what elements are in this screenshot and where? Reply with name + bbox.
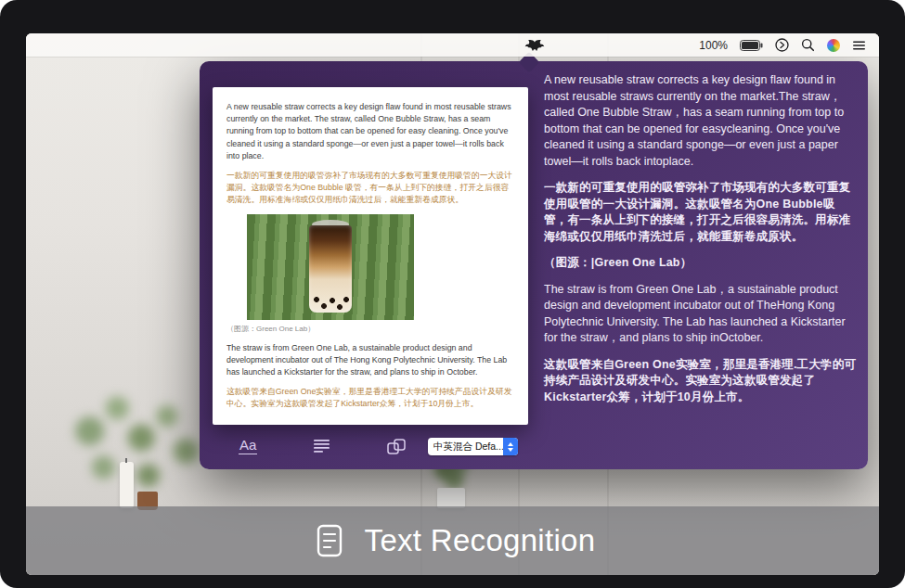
doc-image-caption: （图源：Green One Lab） <box>226 324 514 335</box>
doc-chinese-paragraph: 一款新的可重复使用的吸管弥补了市场现有的大多数可重复使用吸管的一大设计漏洞。这款… <box>226 170 514 207</box>
feature-caption-title: Text Recognition <box>365 523 596 558</box>
recognized-caption-line: （图源：|Green One Lab） <box>544 255 857 272</box>
translate-pages-icon <box>387 439 406 454</box>
font-size-button[interactable]: Aa <box>239 437 257 454</box>
recognized-english-paragraph: The straw is from Green One Lab，a sustai… <box>544 282 857 347</box>
recognized-text-panel: A new reusable straw corrects a key desi… <box>544 72 857 415</box>
feature-caption-bar: Text Recognition <box>26 506 879 575</box>
doc-chinese-paragraph: 这款吸管来自Green One实验室，那里是香港理工大学的可持续产品设计及研发中… <box>226 386 514 410</box>
recognized-chinese-paragraph: 这款吸管来自Green One实验室，那里是香港理.工大学的可持续产品设计及研发… <box>544 357 857 406</box>
device-frame: 100% <box>0 0 905 588</box>
battery-icon <box>740 40 763 51</box>
language-mode-dropdown[interactable]: 中英混合 Defa... <box>428 438 518 455</box>
menu-bar: 100% <box>26 33 879 57</box>
input-source-icon[interactable] <box>827 39 840 52</box>
planter-decoration <box>437 488 465 508</box>
list-view-button[interactable] <box>313 439 330 456</box>
app-menubar-bat-icon[interactable] <box>524 37 546 54</box>
translate-button[interactable] <box>387 439 406 458</box>
bubble-tea-glass <box>309 225 352 313</box>
shortcuts-icon[interactable] <box>775 38 789 52</box>
recognized-chinese-paragraph: 一款新的可重复使用的吸管弥补了市场现有的大多数可重复使用吸管的一大设计漏洞。这款… <box>544 180 857 245</box>
recognized-english-paragraph: A new reusable straw corrects a key desi… <box>544 72 857 170</box>
bubble-tea-photo <box>247 214 414 320</box>
doc-english-paragraph: A new reusable straw corrects a key desi… <box>226 101 514 162</box>
captured-document-preview: A new reusable straw corrects a key desi… <box>213 87 528 425</box>
doc-english-paragraph: The straw is from Green One Lab, a susta… <box>226 342 514 379</box>
text-recognition-icon <box>310 521 349 560</box>
ocr-popover-window: A new reusable straw corrects a key desi… <box>200 61 868 469</box>
language-mode-value: 中英混合 Defa... <box>428 441 503 454</box>
battery-percent-label: 100% <box>699 39 728 52</box>
search-icon[interactable] <box>801 38 815 52</box>
candle-decoration <box>120 462 134 508</box>
bat-icon <box>524 39 545 53</box>
popover-toolbar: Aa 中英混合 Defa... <box>200 436 543 462</box>
list-lines-icon <box>313 439 330 453</box>
dropdown-stepper-icon[interactable] <box>503 438 518 455</box>
desktop: 100% <box>26 33 879 575</box>
menu-list-icon[interactable] <box>852 40 866 51</box>
